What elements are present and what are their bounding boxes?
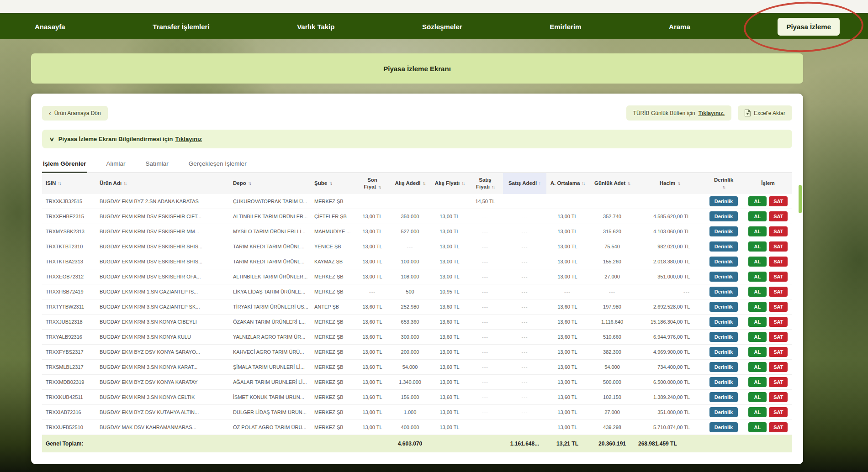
al-button[interactable]: AL: [748, 422, 767, 432]
info-banner[interactable]: ∨ Piyasa İzleme Ekranı Bilgilendirmesi i…: [42, 130, 792, 148]
cell-gunluk_adet: 102.150: [588, 390, 636, 405]
col-header-derinlik[interactable]: Derinlik↑↓: [704, 173, 744, 194]
al-button[interactable]: AL: [748, 302, 767, 312]
derinlik-button[interactable]: Derinlik: [709, 211, 738, 221]
sort-icon[interactable]: ↑↓: [461, 181, 464, 186]
sat-button[interactable]: SAT: [769, 257, 788, 267]
nav-item-sozlesmeler[interactable]: Sözleşmeler: [422, 23, 462, 31]
total-cell-empty: [467, 435, 503, 452]
tab-satimlar[interactable]: Satımlar: [145, 157, 169, 172]
col-header-alis_fiyati[interactable]: Alış Fiyatı↑↓: [432, 173, 467, 194]
derinlik-button[interactable]: Derinlik: [709, 377, 738, 387]
derinlik-button[interactable]: Derinlik: [709, 302, 738, 312]
col-header-depo[interactable]: Depo↑↓: [229, 173, 311, 194]
sat-button[interactable]: SAT: [769, 317, 788, 327]
sort-icon[interactable]: ↑↓: [329, 181, 332, 186]
sort-icon[interactable]: ↑↓: [627, 181, 630, 186]
al-button[interactable]: AL: [748, 332, 767, 342]
al-button[interactable]: AL: [748, 407, 767, 417]
sort-icon[interactable]: ↑↓: [422, 181, 425, 186]
sort-icon[interactable]: ↑↓: [123, 181, 126, 186]
nav-item-emirlerim[interactable]: Emirlerim: [550, 23, 581, 31]
cell-satis_adedi: ---: [503, 224, 546, 239]
col-header-son_fiyat[interactable]: Son Fiyat↑↓: [356, 173, 388, 194]
al-button[interactable]: AL: [748, 287, 767, 297]
cell-derinlik: Derinlik: [704, 345, 744, 360]
derinlik-button[interactable]: Derinlik: [709, 196, 738, 206]
col-header-alis_adedi[interactable]: Alış Adedi↑↓: [388, 173, 432, 194]
cell-islem: ALSAT: [744, 194, 792, 209]
sort-icon[interactable]: ↑↓: [492, 184, 494, 189]
sat-button[interactable]: SAT: [769, 302, 788, 312]
derinlik-button[interactable]: Derinlik: [709, 226, 738, 236]
sat-button[interactable]: SAT: [769, 392, 788, 402]
al-button[interactable]: AL: [748, 211, 767, 221]
sat-button[interactable]: SAT: [769, 226, 788, 236]
bulletin-text: TÜRİB Günlük Bülten için: [633, 110, 695, 116]
sort-icon[interactable]: ↑↓: [582, 181, 584, 186]
vertical-scrollbar-thumb[interactable]: [799, 185, 802, 213]
sat-button[interactable]: SAT: [769, 422, 788, 432]
sat-button[interactable]: SAT: [769, 272, 788, 282]
sat-button[interactable]: SAT: [769, 347, 788, 357]
info-banner-link[interactable]: Tıklayınız: [175, 136, 202, 142]
derinlik-button[interactable]: Derinlik: [709, 332, 738, 342]
al-button[interactable]: AL: [748, 241, 767, 252]
cell-alis_fiyati: 13,60 TL: [432, 360, 467, 375]
al-button[interactable]: AL: [748, 392, 767, 402]
al-button[interactable]: AL: [748, 347, 767, 357]
derinlik-button[interactable]: Derinlik: [709, 272, 738, 282]
nav-item-piyasa-izleme[interactable]: Piyasa İzleme: [778, 18, 840, 36]
tab-gerceklesen-islemler[interactable]: Gerçekleşen İşlemler: [188, 157, 248, 172]
derinlik-button[interactable]: Derinlik: [709, 362, 738, 372]
col-header-satis_fiyati[interactable]: Satış Fiyatı↑↓: [467, 173, 503, 194]
tab-alimlar[interactable]: Alımlar: [106, 157, 127, 172]
nav-item-varlik-takip[interactable]: Varlık Takip: [297, 23, 334, 31]
tab-islem-gorenler[interactable]: İşlem Görenler: [42, 157, 87, 173]
al-button[interactable]: AL: [748, 362, 767, 372]
sat-button[interactable]: SAT: [769, 332, 788, 342]
excel-export-button[interactable]: Excel'e Aktar: [738, 105, 792, 121]
al-button[interactable]: AL: [748, 317, 767, 327]
derinlik-button[interactable]: Derinlik: [709, 422, 738, 432]
al-button[interactable]: AL: [748, 377, 767, 387]
col-header-urun_adi[interactable]: Ürün Adı↑↓: [96, 173, 229, 194]
col-header-satis_adedi[interactable]: Satış Adedi↑: [503, 173, 546, 194]
col-header-sube[interactable]: Şube↑↓: [311, 173, 356, 194]
derinlik-button[interactable]: Derinlik: [709, 317, 738, 327]
col-header-ortalama[interactable]: A. Ortalama↑↓: [546, 173, 588, 194]
al-button[interactable]: AL: [748, 272, 767, 282]
sort-icon[interactable]: ↑↓: [58, 181, 60, 186]
cell-satis_fiyati: ---: [467, 224, 503, 239]
derinlik-button[interactable]: Derinlik: [709, 287, 738, 297]
al-button[interactable]: AL: [748, 257, 767, 267]
sat-button[interactable]: SAT: [769, 407, 788, 417]
sort-icon[interactable]: ↑↓: [677, 181, 680, 186]
sort-icon[interactable]: ↑: [539, 181, 541, 186]
derinlik-button[interactable]: Derinlik: [709, 407, 738, 417]
back-button[interactable]: ‹ Ürün Aramaya Dön: [42, 106, 108, 121]
sat-button[interactable]: SAT: [769, 211, 788, 221]
col-header-gunluk_adet[interactable]: Günlük Adet↑↓: [588, 173, 636, 194]
bulletin-link[interactable]: Tıklayınız.: [699, 110, 725, 116]
sat-button[interactable]: SAT: [769, 362, 788, 372]
derinlik-button[interactable]: Derinlik: [709, 392, 738, 402]
bulletin-button[interactable]: TÜRİB Günlük Bülten için Tıklayınız.: [626, 105, 731, 121]
col-header-hacim[interactable]: Hacim↑↓: [636, 173, 704, 194]
sat-button[interactable]: SAT: [769, 196, 788, 206]
al-button[interactable]: AL: [748, 196, 767, 206]
al-button[interactable]: AL: [748, 226, 767, 236]
nav-item-anasayfa[interactable]: Anasayfa: [35, 23, 65, 31]
sort-icon[interactable]: ↑↓: [706, 184, 741, 190]
sat-button[interactable]: SAT: [769, 287, 788, 297]
nav-item-arama[interactable]: Arama: [669, 23, 690, 31]
derinlik-button[interactable]: Derinlik: [709, 257, 738, 267]
sat-button[interactable]: SAT: [769, 377, 788, 387]
sort-icon[interactable]: ↑↓: [248, 181, 251, 186]
nav-item-transfer-islemleri[interactable]: Transfer İşlemleri: [153, 23, 209, 31]
sat-button[interactable]: SAT: [769, 241, 788, 252]
sort-icon[interactable]: ↑↓: [378, 184, 381, 189]
col-header-isin[interactable]: ISIN↑↓: [42, 173, 96, 194]
derinlik-button[interactable]: Derinlik: [709, 241, 738, 252]
derinlik-button[interactable]: Derinlik: [709, 347, 738, 357]
